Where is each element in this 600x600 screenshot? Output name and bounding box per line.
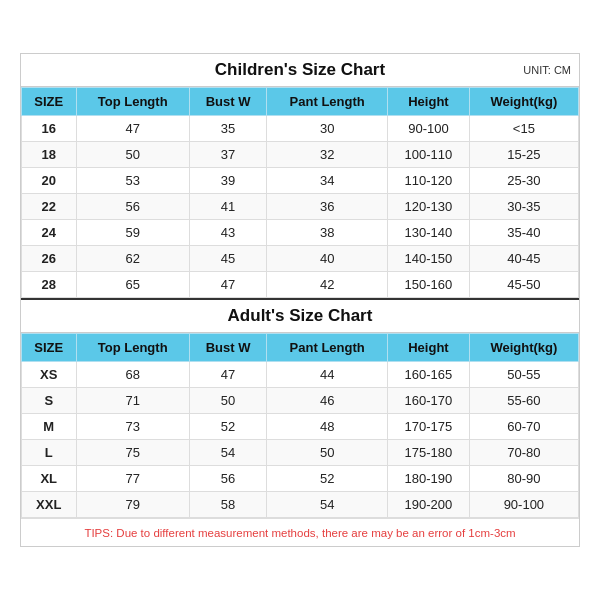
adult-title-row: Adult's Size Chart [21, 298, 579, 333]
table-cell: 90-100 [469, 492, 578, 518]
tips-text: TIPS: Due to different measurement metho… [84, 527, 515, 539]
col-header-weight: Weight(kg) [469, 88, 578, 116]
adult-col-header-size: SIZE [22, 334, 77, 362]
table-row: L755450175-18070-80 [22, 440, 579, 466]
table-row: XL775652180-19080-90 [22, 466, 579, 492]
table-row: XS684744160-16550-55 [22, 362, 579, 388]
adult-title: Adult's Size Chart [228, 306, 373, 326]
table-cell: 68 [76, 362, 189, 388]
children-tbody: 1647353090-100<1518503732100-11015-25205… [22, 116, 579, 298]
table-cell: 39 [189, 168, 266, 194]
table-cell: 56 [189, 466, 266, 492]
table-cell: 80-90 [469, 466, 578, 492]
table-cell: XL [22, 466, 77, 492]
table-cell: 130-140 [388, 220, 470, 246]
table-cell: 37 [189, 142, 266, 168]
table-cell: S [22, 388, 77, 414]
table-cell: 180-190 [388, 466, 470, 492]
table-cell: 45 [189, 246, 266, 272]
table-cell: 58 [189, 492, 266, 518]
table-cell: 50-55 [469, 362, 578, 388]
table-cell: 160-170 [388, 388, 470, 414]
table-cell: 22 [22, 194, 77, 220]
table-cell: 20 [22, 168, 77, 194]
table-cell: 75 [76, 440, 189, 466]
table-cell: 18 [22, 142, 77, 168]
table-cell: XXL [22, 492, 77, 518]
adult-col-header-height: Height [388, 334, 470, 362]
table-cell: 59 [76, 220, 189, 246]
table-cell: 26 [22, 246, 77, 272]
table-cell: 110-120 [388, 168, 470, 194]
size-chart-container: Children's Size Chart UNIT: CM SIZE Top … [20, 53, 580, 547]
table-cell: 41 [189, 194, 266, 220]
table-cell: 50 [189, 388, 266, 414]
table-row: 28654742150-16045-50 [22, 272, 579, 298]
table-cell: 170-175 [388, 414, 470, 440]
table-cell: 52 [267, 466, 388, 492]
table-cell: 30-35 [469, 194, 578, 220]
table-cell: <15 [469, 116, 578, 142]
table-cell: 120-130 [388, 194, 470, 220]
table-cell: 90-100 [388, 116, 470, 142]
table-row: 1647353090-100<15 [22, 116, 579, 142]
table-cell: 62 [76, 246, 189, 272]
col-header-bust-w: Bust W [189, 88, 266, 116]
table-cell: 54 [189, 440, 266, 466]
table-cell: 30 [267, 116, 388, 142]
table-row: 24594338130-14035-40 [22, 220, 579, 246]
table-row: S715046160-17055-60 [22, 388, 579, 414]
table-cell: 71 [76, 388, 189, 414]
table-cell: 24 [22, 220, 77, 246]
table-cell: 42 [267, 272, 388, 298]
adult-col-header-pant-length: Pant Length [267, 334, 388, 362]
adult-col-header-bust-w: Bust W [189, 334, 266, 362]
table-row: 20533934110-12025-30 [22, 168, 579, 194]
table-cell: 100-110 [388, 142, 470, 168]
table-row: 22564136120-13030-35 [22, 194, 579, 220]
table-cell: 28 [22, 272, 77, 298]
table-cell: M [22, 414, 77, 440]
table-cell: 46 [267, 388, 388, 414]
table-cell: 34 [267, 168, 388, 194]
table-cell: 47 [189, 362, 266, 388]
table-cell: 47 [76, 116, 189, 142]
table-cell: 175-180 [388, 440, 470, 466]
adult-col-header-top-length: Top Length [76, 334, 189, 362]
children-table: SIZE Top Length Bust W Pant Length Heigh… [21, 87, 579, 298]
table-cell: XS [22, 362, 77, 388]
children-header-row: SIZE Top Length Bust W Pant Length Heigh… [22, 88, 579, 116]
table-cell: 160-165 [388, 362, 470, 388]
table-cell: 36 [267, 194, 388, 220]
adult-col-header-weight: Weight(kg) [469, 334, 578, 362]
table-cell: 44 [267, 362, 388, 388]
table-row: 18503732100-11015-25 [22, 142, 579, 168]
table-cell: 16 [22, 116, 77, 142]
table-cell: 48 [267, 414, 388, 440]
table-row: 26624540140-15040-45 [22, 246, 579, 272]
table-cell: 40-45 [469, 246, 578, 272]
table-cell: 47 [189, 272, 266, 298]
table-cell: 60-70 [469, 414, 578, 440]
table-cell: 38 [267, 220, 388, 246]
col-header-height: Height [388, 88, 470, 116]
table-cell: 53 [76, 168, 189, 194]
adult-tbody: XS684744160-16550-55S715046160-17055-60M… [22, 362, 579, 518]
children-title: Children's Size Chart [215, 60, 385, 80]
table-cell: 54 [267, 492, 388, 518]
table-cell: L [22, 440, 77, 466]
table-cell: 65 [76, 272, 189, 298]
table-cell: 32 [267, 142, 388, 168]
unit-label: UNIT: CM [523, 64, 571, 76]
table-cell: 190-200 [388, 492, 470, 518]
table-cell: 25-30 [469, 168, 578, 194]
table-cell: 50 [76, 142, 189, 168]
table-cell: 50 [267, 440, 388, 466]
table-cell: 70-80 [469, 440, 578, 466]
table-cell: 79 [76, 492, 189, 518]
table-cell: 52 [189, 414, 266, 440]
tips-row: TIPS: Due to different measurement metho… [21, 518, 579, 546]
col-header-size: SIZE [22, 88, 77, 116]
table-row: XXL795854190-20090-100 [22, 492, 579, 518]
adult-header-row: SIZE Top Length Bust W Pant Length Heigh… [22, 334, 579, 362]
